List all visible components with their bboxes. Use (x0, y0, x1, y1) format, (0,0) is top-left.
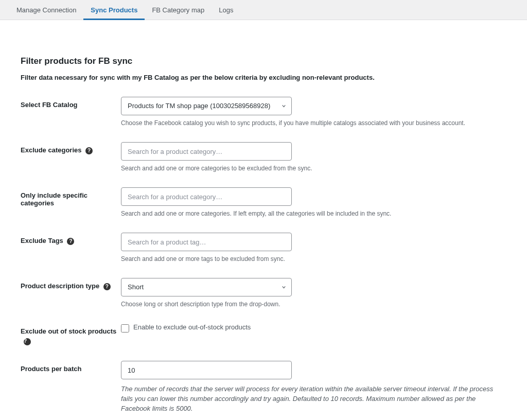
label-include-categories: Only include specific categories (21, 187, 121, 207)
help-description-type: Choose long or short description type fr… (121, 301, 497, 308)
help-icon[interactable]: ? (85, 147, 93, 154)
help-exclude-tags: Search and add one or more tags to be ex… (121, 255, 497, 262)
label-products-per-batch: Products per batch (21, 361, 121, 373)
label-exclude-categories: Exclude categories (21, 146, 82, 154)
tab-bar: Manage Connection Sync Products FB Categ… (0, 0, 527, 20)
select-description-type[interactable]: Short (121, 278, 292, 296)
row-description-type: Product description type ? Short Choose … (21, 278, 506, 308)
input-exclude-tags[interactable] (121, 233, 292, 251)
page-subtitle: Filter data necessary for sync with my F… (21, 74, 506, 81)
checkbox-exclude-oos[interactable] (121, 324, 129, 332)
help-products-per-batch: The number of records that the server wi… (121, 384, 497, 414)
row-select-catalog: Select FB Catalog Products for TM shop p… (21, 97, 506, 127)
input-include-categories[interactable] (121, 187, 292, 206)
row-products-per-batch: Products per batch The number of records… (21, 361, 506, 414)
page-body: Filter products for FB sync Filter data … (0, 20, 527, 420)
help-exclude-categories: Search and add one or more categories to… (121, 165, 497, 172)
label-exclude-oos: Exclude out of stock products (21, 327, 116, 335)
row-exclude-oos: Exclude out of stock products ? Enable t… (21, 323, 506, 345)
select-fb-catalog[interactable]: Products for TM shop page (1003025895689… (121, 97, 292, 115)
row-exclude-tags: Exclude Tags ? Search and add one or mor… (21, 233, 506, 262)
input-products-per-batch[interactable] (121, 361, 292, 379)
label-select-catalog: Select FB Catalog (21, 97, 121, 109)
tab-logs[interactable]: Logs (212, 1, 240, 20)
tab-fb-category-map[interactable]: FB Category map (145, 1, 212, 20)
tab-manage-connection[interactable]: Manage Connection (9, 1, 83, 20)
row-include-categories: Only include specific categories Search … (21, 187, 506, 217)
help-select-catalog: Choose the Facebook catalog you wish to … (121, 119, 497, 127)
tab-sync-products[interactable]: Sync Products (83, 1, 145, 20)
help-icon[interactable]: ? (67, 238, 74, 245)
help-icon[interactable]: ? (103, 283, 111, 290)
checkbox-exclude-oos-label: Enable to exclude out-of-stock products (133, 323, 251, 331)
label-exclude-tags: Exclude Tags (21, 237, 63, 244)
help-icon[interactable]: ? (24, 338, 31, 345)
help-include-categories: Search and add one or more categories. I… (121, 210, 497, 217)
row-exclude-categories: Exclude categories ? Search and add one … (21, 142, 506, 172)
page-title: Filter products for FB sync (21, 56, 506, 66)
label-description-type: Product description type (21, 282, 99, 290)
input-exclude-categories[interactable] (121, 142, 292, 161)
